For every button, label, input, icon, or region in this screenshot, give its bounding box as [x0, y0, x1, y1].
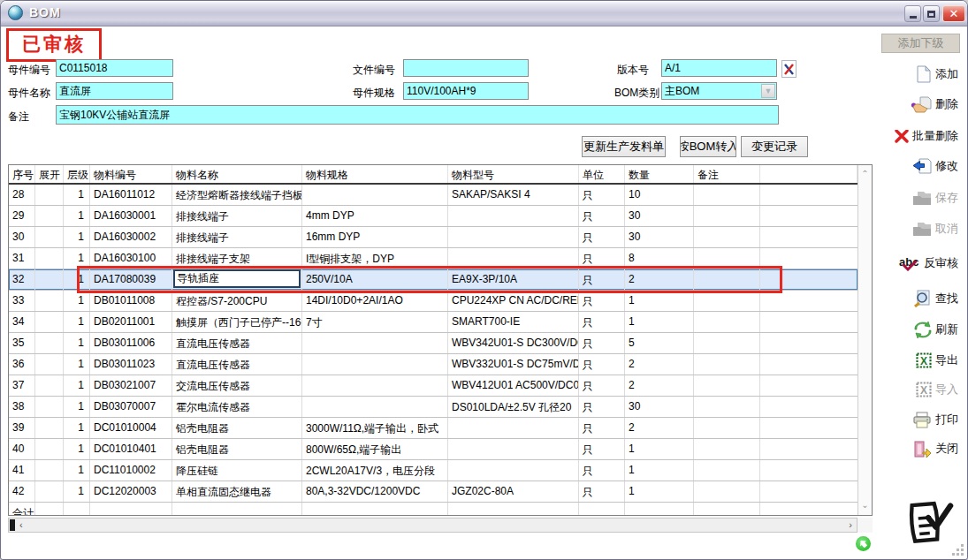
table-cell[interactable]: 只: [579, 185, 625, 205]
table-cell[interactable]: [694, 227, 760, 247]
table-cell[interactable]: 40: [9, 439, 35, 459]
parent-code-field[interactable]: [56, 59, 173, 77]
column-header[interactable]: [760, 165, 857, 183]
table-cell[interactable]: 只: [579, 291, 625, 311]
table-cell[interactable]: [35, 227, 64, 247]
table-cell[interactable]: [35, 269, 64, 290]
column-header[interactable]: 物料规格: [302, 165, 448, 183]
table-row[interactable]: 361DB03011023直流电压传感器WBV332U01-S DC75mV/D…: [9, 354, 857, 375]
table-cell[interactable]: SMART700-IE: [448, 312, 579, 332]
table-cell[interactable]: JGZ02C-80A: [448, 481, 579, 502]
table-cell[interactable]: 28: [9, 185, 35, 205]
table-row[interactable]: 381DB03070007霍尔电流传感器DS010LDA/±2.5V 孔径20只…: [9, 397, 857, 418]
table-row[interactable]: 321DA17080039250V/10AEA9X-3P/10A只2: [9, 269, 857, 291]
table-cell[interactable]: [448, 227, 579, 247]
table-cell[interactable]: [35, 312, 64, 332]
table-cell[interactable]: 2: [625, 375, 694, 396]
table-cell[interactable]: [760, 269, 857, 290]
table-cell[interactable]: DS010LDA/±2.5V 孔径20: [448, 397, 579, 417]
table-cell[interactable]: 80A,3-32VDC/1200VDC: [302, 481, 448, 502]
column-header[interactable]: 层级: [64, 165, 90, 183]
table-cell[interactable]: 排接线端子支架: [172, 248, 302, 269]
table-footer-row[interactable]: 合计: [9, 503, 857, 516]
table-row[interactable]: 371DB03021007交流电压传感器WBV412U01 AC500V/DC0…: [9, 375, 857, 397]
table-cell[interactable]: [760, 227, 857, 247]
column-header[interactable]: 展开: [35, 165, 64, 183]
table-cell[interactable]: 只: [579, 312, 625, 332]
change-log-button[interactable]: 变更记录: [741, 136, 808, 157]
table-cell[interactable]: 程控器/S7-200CPU: [172, 291, 302, 311]
table-cell[interactable]: [694, 312, 760, 332]
table-cell[interactable]: [694, 460, 760, 481]
scroll-left-icon[interactable]: ‹: [19, 518, 23, 532]
table-cell[interactable]: 1: [64, 439, 90, 459]
table-cell[interactable]: [760, 185, 857, 205]
resize-grip[interactable]: [953, 545, 964, 556]
table-cell[interactable]: DB03011023: [90, 354, 172, 375]
table-cell[interactable]: 8: [625, 248, 694, 269]
minimize-button[interactable]: [904, 5, 921, 22]
table-cell[interactable]: 33: [9, 291, 35, 311]
sidebar-item-refresh[interactable]: 刷新: [914, 318, 958, 341]
table-cell[interactable]: 10: [625, 185, 694, 205]
title-bar[interactable]: BOM ✕: [1, 1, 967, 26]
table-cell[interactable]: 直流电压传感器: [172, 354, 302, 375]
table-cell[interactable]: 2CWL20A17V/3，电压分段: [302, 460, 448, 481]
table-cell[interactable]: 只: [579, 354, 625, 375]
table-cell[interactable]: 35: [9, 333, 35, 353]
table-cell[interactable]: 1: [64, 206, 90, 226]
table-cell[interactable]: 只: [579, 248, 625, 269]
table-cell[interactable]: DB03070007: [90, 397, 172, 417]
table-cell[interactable]: 36: [9, 354, 35, 375]
material-name-edit-input[interactable]: [173, 269, 301, 288]
scroll-down-icon[interactable]: ⌄: [858, 498, 872, 512]
table-cell[interactable]: [448, 503, 579, 516]
table-cell[interactable]: [302, 185, 448, 205]
table-cell[interactable]: [760, 375, 857, 396]
table-cell[interactable]: WBV412U01 AC500V/DC0-: [448, 375, 579, 396]
table-cell[interactable]: 1: [625, 460, 694, 481]
bom-transfer-button[interactable]: 按BOM转入: [680, 136, 736, 157]
sidebar-item-search[interactable]: 查找: [913, 287, 958, 310]
table-cell[interactable]: DC01010004: [90, 418, 172, 438]
table-cell[interactable]: 只: [579, 460, 625, 481]
sidebar-item-export[interactable]: X 导出: [916, 349, 958, 372]
table-cell[interactable]: 1: [625, 291, 694, 311]
table-cell[interactable]: 1: [64, 354, 90, 375]
table-cell[interactable]: [694, 397, 760, 417]
table-cell[interactable]: DC11010002: [90, 460, 172, 481]
table-row[interactable]: 341DB02011001触摸屏（西门子已停产--16-7寸SMART700-I…: [9, 312, 857, 333]
table-cell[interactable]: DA17080039: [90, 269, 172, 290]
table-cell[interactable]: [760, 291, 857, 311]
table-cell[interactable]: [694, 248, 760, 269]
table-cell[interactable]: [35, 354, 64, 375]
table-cell[interactable]: [35, 418, 64, 438]
table-cell[interactable]: 排接线端子: [172, 206, 302, 226]
table-row[interactable]: 411DC11010002降压硅链2CWL20A17V/3，电压分段只1: [9, 460, 857, 481]
column-header[interactable]: 备注: [694, 165, 760, 183]
scroll-right-icon[interactable]: ›: [849, 518, 852, 532]
table-cell[interactable]: [694, 481, 760, 502]
table-cell[interactable]: 铝壳电阻器: [172, 418, 302, 438]
sidebar-item-delete[interactable]: 删除: [911, 93, 958, 116]
table-cell[interactable]: [172, 269, 302, 290]
table-cell[interactable]: 1: [64, 333, 90, 353]
table-cell[interactable]: 只: [579, 397, 625, 417]
table-cell[interactable]: [35, 397, 64, 417]
table-cell[interactable]: [35, 460, 64, 481]
update-production-issue-button[interactable]: 更新生产发料单: [582, 136, 666, 157]
table-cell[interactable]: 800W/65Ω,端子输出: [302, 439, 448, 459]
table-cell[interactable]: 30: [625, 206, 694, 226]
table-cell[interactable]: 交流电压传感器: [172, 375, 302, 396]
chevron-down-icon[interactable]: ▼: [761, 84, 775, 98]
table-cell[interactable]: 直流电压传感器: [172, 333, 302, 353]
table-cell[interactable]: [760, 460, 857, 481]
table-cell[interactable]: [694, 503, 760, 516]
table-cell[interactable]: [760, 333, 857, 353]
table-cell[interactable]: 39: [9, 418, 35, 438]
table-cell[interactable]: 30: [9, 227, 35, 247]
table-cell[interactable]: [760, 354, 857, 375]
table-cell[interactable]: 1: [64, 291, 90, 311]
table-cell[interactable]: 14DI/10D0+2AI/1AO: [302, 291, 448, 311]
table-cell[interactable]: DB03021007: [90, 375, 172, 396]
